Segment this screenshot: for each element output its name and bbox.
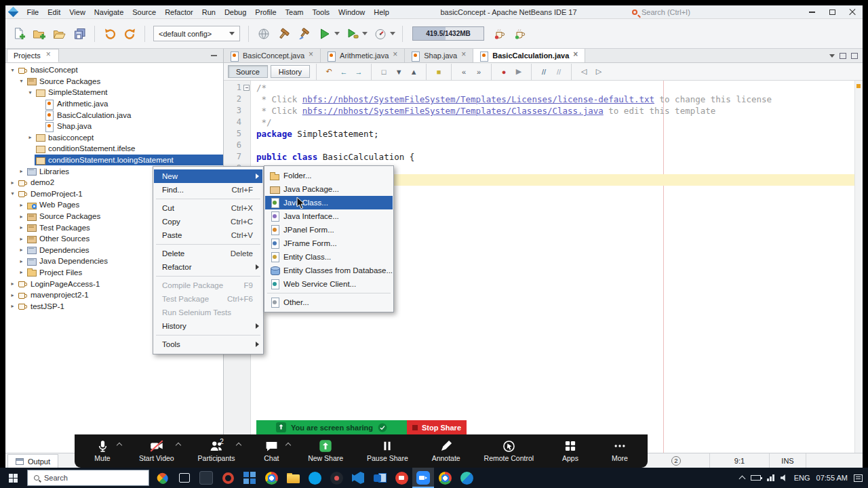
projects-tab[interactable]: Projects bbox=[7, 49, 59, 62]
editor-comment-icon[interactable]: // bbox=[538, 66, 550, 78]
editor-tab-shap-java[interactable]: Shap.java bbox=[405, 49, 473, 62]
zoom-annotate-button[interactable]: Annotate bbox=[428, 439, 465, 462]
zoom-chat-button[interactable]: Chat bbox=[254, 439, 288, 462]
menu-item-paste[interactable]: PasteCtrl+V bbox=[154, 228, 262, 242]
taskbar-butterfly-icon[interactable] bbox=[152, 468, 174, 488]
zoom-participants-button[interactable]: 2Participants bbox=[194, 439, 239, 462]
submenu-item-entity-class[interactable]: Entity Class... bbox=[265, 250, 393, 264]
clock[interactable]: 07:55 AM bbox=[816, 474, 848, 482]
taskbar-grid-blue-icon[interactable] bbox=[239, 468, 260, 488]
tree-collapsed-arrow-icon[interactable]: ▸ bbox=[17, 236, 26, 242]
minimize-button[interactable] bbox=[802, 5, 822, 18]
tree-item-conditionstatement-looingstatement[interactable]: conditionStatement.looingStatement bbox=[5, 155, 223, 166]
zoom-apps-button[interactable]: Apps bbox=[553, 439, 587, 462]
menu-item-history[interactable]: History bbox=[154, 319, 262, 333]
tab-list-dropdown-icon[interactable] bbox=[829, 54, 835, 58]
tree-collapsed-arrow-icon[interactable]: ▸ bbox=[17, 258, 26, 264]
config-dropdown[interactable]: <default config> bbox=[153, 26, 240, 41]
zoom-start-video-button[interactable]: Start Video bbox=[135, 439, 178, 462]
fold-collapse-icon[interactable] bbox=[243, 85, 250, 91]
chevron-up-icon[interactable] bbox=[285, 443, 291, 448]
taskbar-edge-icon[interactable] bbox=[456, 468, 477, 488]
warning-marker[interactable] bbox=[856, 84, 861, 88]
tree-item-basicconcept[interactable]: ▸basicconcept bbox=[5, 132, 223, 144]
memory-indicator[interactable]: 419.5/1432MB bbox=[412, 26, 484, 41]
editor-prev-bookmark-icon[interactable]: « bbox=[458, 66, 470, 78]
chevron-up-icon[interactable] bbox=[175, 443, 180, 448]
toolbar-profile-dropdown-icon[interactable] bbox=[390, 32, 395, 35]
tree-item-basiccalculation-java[interactable]: BasicCalculation.java bbox=[5, 109, 223, 121]
submenu-item-entity-classes-from-database[interactable]: Entity Classes from Database... bbox=[265, 264, 393, 277]
tree-collapsed-arrow-icon[interactable]: ▸ bbox=[17, 202, 26, 208]
tray-expand-icon[interactable] bbox=[739, 476, 746, 483]
code-line-4[interactable]: */ bbox=[256, 117, 854, 128]
submenu-item-java-class[interactable]: Java Class... bbox=[265, 196, 393, 209]
menu-help[interactable]: Help bbox=[370, 7, 394, 18]
taskbar-chrome-icon[interactable] bbox=[260, 468, 282, 488]
tree-collapsed-arrow-icon[interactable]: ▸ bbox=[17, 214, 26, 220]
editor-tab-basiccalculation-java[interactable]: BasicCalculation.java bbox=[473, 49, 585, 62]
zoom-remote-control-button[interactable]: Remote Control bbox=[480, 439, 538, 462]
editor-uncomment-icon[interactable]: // bbox=[553, 66, 565, 78]
toolbar-cup-red-button[interactable] bbox=[490, 24, 509, 43]
zoom-mute-button[interactable]: Mute bbox=[85, 439, 119, 462]
taskbar-oracle-icon[interactable] bbox=[217, 468, 239, 488]
menu-item-find[interactable]: Find...Ctrl+F bbox=[154, 183, 262, 197]
network-icon[interactable] bbox=[767, 474, 774, 481]
editor-last-edit-icon[interactable]: ↶ bbox=[323, 66, 335, 78]
tree-item-arithmetic-java[interactable]: Arithmetic.java bbox=[5, 98, 223, 110]
toolbar-clean-build-button[interactable] bbox=[295, 24, 313, 43]
editor-tab-basicconcept-java[interactable]: BasicConcept.java bbox=[224, 49, 321, 62]
code-line-1[interactable]: /* bbox=[256, 82, 854, 94]
tree-collapsed-arrow-icon[interactable]: ▸ bbox=[8, 180, 17, 186]
toolbar-new-file-button[interactable] bbox=[9, 24, 28, 43]
projects-tab-close-icon[interactable] bbox=[45, 52, 52, 60]
tree-collapsed-arrow-icon[interactable]: ▸ bbox=[8, 281, 17, 287]
editor-find-selection-icon[interactable]: □ bbox=[378, 66, 390, 78]
editor-find-previous-icon[interactable]: ▲ bbox=[408, 66, 420, 78]
taskbar-app-red-icon[interactable] bbox=[391, 468, 412, 488]
menu-item-tools[interactable]: Tools bbox=[154, 338, 262, 351]
taskbar-zoom-icon[interactable] bbox=[412, 468, 434, 488]
panel-minimize-icon[interactable] bbox=[211, 55, 217, 56]
editor-back-icon[interactable]: ← bbox=[338, 66, 350, 78]
error-stripe[interactable] bbox=[854, 81, 863, 453]
menu-team[interactable]: Team bbox=[281, 7, 308, 18]
notifications-badge[interactable]: 2 bbox=[671, 456, 681, 466]
code-line-7[interactable]: public class BasicCalculation { bbox=[256, 151, 854, 163]
tab-close-icon[interactable] bbox=[308, 52, 315, 60]
menu-item-run-selenium-tests[interactable]: Run Selenium Tests bbox=[154, 306, 262, 319]
tree-expanded-arrow-icon[interactable]: ▾ bbox=[26, 89, 35, 96]
close-button[interactable] bbox=[842, 5, 863, 18]
toolbar-run-button[interactable] bbox=[315, 24, 334, 43]
menu-file[interactable]: File bbox=[22, 7, 43, 18]
tree-collapsed-arrow-icon[interactable]: ▸ bbox=[8, 303, 17, 309]
stop-share-button[interactable]: Stop Share bbox=[407, 420, 467, 434]
menu-refactor[interactable]: Refactor bbox=[161, 7, 198, 18]
tree-collapsed-arrow-icon[interactable]: ▸ bbox=[26, 134, 35, 140]
tree-collapsed-arrow-icon[interactable]: ▸ bbox=[17, 247, 26, 253]
menu-debug[interactable]: Debug bbox=[220, 7, 250, 18]
toolbar-undo-button[interactable] bbox=[100, 24, 119, 43]
editor-forward-icon[interactable]: → bbox=[353, 66, 365, 78]
toolbar-run-dropdown-icon[interactable] bbox=[334, 32, 340, 35]
volume-icon[interactable] bbox=[781, 474, 788, 481]
menu-run[interactable]: Run bbox=[197, 7, 220, 18]
tree-item-basicconcept[interactable]: ▾basicConcept bbox=[5, 64, 223, 76]
editor-shift-left-icon[interactable]: ◁ bbox=[578, 66, 590, 78]
submenu-item-jframe-form[interactable]: JFrame Form... bbox=[265, 237, 393, 250]
taskbar-cam-dark-icon[interactable] bbox=[326, 468, 347, 488]
zoom-pause-share-button[interactable]: Pause Share bbox=[363, 439, 412, 462]
view-source-button[interactable]: Source bbox=[228, 65, 268, 78]
toolbar-new-project-button[interactable] bbox=[30, 24, 48, 43]
submenu-item-folder[interactable]: Folder... bbox=[265, 169, 393, 182]
menu-item-refactor[interactable]: Refactor bbox=[154, 260, 262, 274]
menu-item-test-package[interactable]: Test PackageCtrl+F6 bbox=[154, 292, 262, 306]
split-editor-icon[interactable] bbox=[840, 53, 846, 59]
toolbar-profile-button[interactable] bbox=[371, 24, 389, 43]
taskbar-outlook-icon[interactable] bbox=[369, 468, 391, 488]
menu-navigate[interactable]: Navigate bbox=[90, 7, 127, 18]
toolbar-debug-button[interactable] bbox=[343, 24, 361, 43]
language-indicator[interactable]: ENG bbox=[794, 474, 810, 482]
maximize-editor-icon[interactable] bbox=[851, 53, 858, 59]
